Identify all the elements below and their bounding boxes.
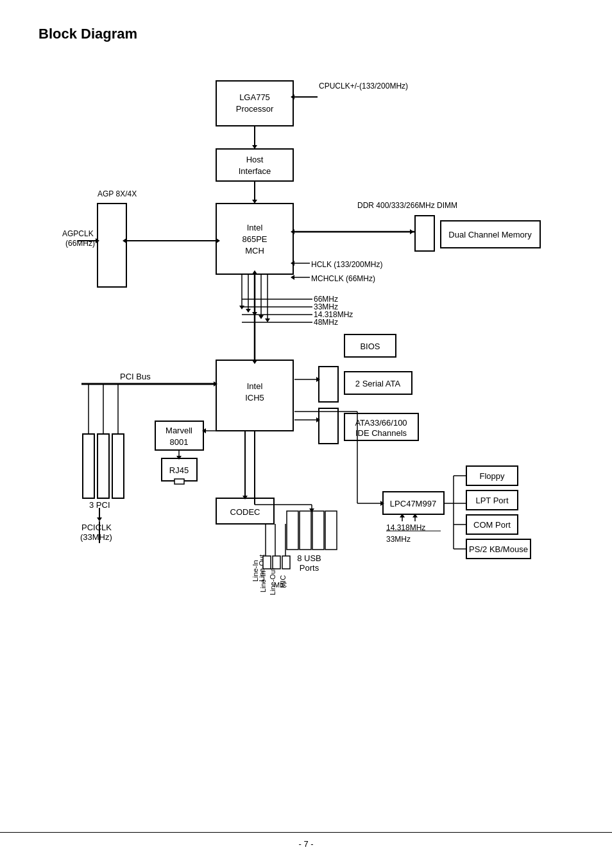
block-diagram: LGA775 Processor CPUCLK+/-(133/200MHz) H… <box>43 62 569 768</box>
svg-rect-130 <box>466 515 518 534</box>
svg-rect-85 <box>98 434 109 498</box>
svg-text:Line-In: Line-In <box>259 571 267 593</box>
svg-rect-132 <box>466 539 531 559</box>
svg-rect-126 <box>466 466 518 485</box>
svg-text:14.318MHz: 14.318MHz <box>386 523 425 532</box>
svg-marker-29 <box>291 275 294 280</box>
svg-rect-19 <box>441 221 540 248</box>
svg-marker-12 <box>252 200 257 204</box>
svg-text:COM Port: COM Port <box>473 520 511 530</box>
svg-marker-36 <box>96 238 99 243</box>
svg-text:33MHz: 33MHz <box>386 535 411 544</box>
svg-rect-112 <box>312 511 324 550</box>
svg-text:865PE: 865PE <box>242 234 267 244</box>
page: Block Diagram LGA775 Processor CPUCLK+/-… <box>0 0 612 868</box>
svg-marker-105 <box>176 456 182 460</box>
svg-text:CODEC: CODEC <box>230 507 260 517</box>
svg-rect-0 <box>216 81 293 126</box>
svg-marker-83 <box>214 381 217 386</box>
svg-text:MCHCLK (66MHz): MCHCLK (66MHz) <box>311 274 375 283</box>
svg-text:Line-Out: Line-Out <box>258 555 266 582</box>
svg-text:(66MHz): (66MHz) <box>65 239 95 248</box>
svg-rect-84 <box>83 434 94 498</box>
svg-text:Ports: Ports <box>300 563 319 573</box>
svg-rect-101 <box>174 479 184 484</box>
svg-text:Line-Out: Line-Out <box>269 568 276 595</box>
svg-text:IDE Channels: IDE Channels <box>355 428 407 438</box>
svg-text:Marvell: Marvell <box>166 426 192 435</box>
svg-text:Line-In: Line-In <box>251 560 259 582</box>
svg-text:BIOS: BIOS <box>360 342 380 351</box>
svg-marker-103 <box>202 428 206 433</box>
page-number: - 7 - <box>298 839 313 849</box>
svg-rect-156 <box>273 556 280 569</box>
svg-marker-49 <box>265 318 270 322</box>
svg-rect-76 <box>344 413 418 440</box>
svg-text:PS/2 KB/Mouse: PS/2 KB/Mouse <box>469 544 528 554</box>
svg-marker-46 <box>246 309 251 313</box>
svg-rect-96 <box>155 421 203 450</box>
svg-marker-45 <box>239 306 244 309</box>
svg-marker-74 <box>316 377 320 382</box>
svg-marker-68 <box>252 270 257 274</box>
svg-rect-157 <box>282 556 290 569</box>
svg-marker-109 <box>242 496 248 499</box>
svg-text:33MHz: 33MHz <box>314 302 338 311</box>
svg-text:LPC47M997: LPC47M997 <box>390 499 436 508</box>
svg-rect-18 <box>415 216 434 251</box>
svg-rect-128 <box>466 490 518 510</box>
svg-text:Dual Channel Memory: Dual Channel Memory <box>448 230 532 239</box>
svg-text:Host: Host <box>246 155 264 164</box>
svg-rect-120 <box>383 492 444 514</box>
svg-rect-30 <box>98 204 126 287</box>
svg-marker-39 <box>216 238 220 243</box>
svg-text:HCLK (133/200MHz): HCLK (133/200MHz) <box>311 260 382 269</box>
svg-marker-48 <box>259 315 264 319</box>
svg-rect-62 <box>344 334 396 357</box>
svg-text:LPT Port: LPT Port <box>475 496 508 505</box>
svg-text:3 PCI: 3 PCI <box>89 500 110 510</box>
svg-rect-86 <box>112 434 124 498</box>
svg-rect-13 <box>216 204 293 274</box>
svg-rect-113 <box>325 511 337 550</box>
svg-text:Interface: Interface <box>239 166 271 176</box>
svg-text:Intel: Intel <box>247 381 263 391</box>
svg-rect-70 <box>319 367 338 402</box>
svg-rect-155 <box>263 556 271 569</box>
svg-text:AGP 8X/4X: AGP 8X/4X <box>98 189 137 198</box>
svg-text:48MHz: 48MHz <box>314 318 338 327</box>
svg-text:2 Serial ATA: 2 Serial ATA <box>355 379 401 388</box>
svg-marker-38 <box>123 238 126 243</box>
svg-text:RJ45: RJ45 <box>169 465 189 475</box>
svg-text:66MHz: 66MHz <box>314 295 338 304</box>
svg-text:MCH: MCH <box>245 246 264 256</box>
svg-text:14.318MHz: 14.318MHz <box>314 310 353 319</box>
svg-text:DDR 400/333/266MHz DIMM: DDR 400/333/266MHz DIMM <box>357 201 457 210</box>
svg-marker-145 <box>412 514 418 517</box>
svg-rect-111 <box>300 511 311 550</box>
page-title: Block Diagram <box>38 26 574 42</box>
svg-text:ATA33/66/100: ATA33/66/100 <box>355 418 407 428</box>
svg-text:PCICLK: PCICLK <box>81 523 112 532</box>
svg-text:LGA775: LGA775 <box>239 92 270 102</box>
svg-marker-22 <box>291 229 294 234</box>
svg-marker-5 <box>291 94 294 100</box>
page-footer: - 7 - <box>0 832 612 849</box>
svg-text:8 USB: 8 USB <box>297 553 321 563</box>
svg-rect-71 <box>344 372 412 394</box>
svg-text:AGPCLK: AGPCLK <box>62 229 94 238</box>
svg-text:8001: 8001 <box>170 437 189 447</box>
svg-rect-110 <box>287 511 298 550</box>
svg-rect-106 <box>216 498 274 524</box>
svg-text:Processor: Processor <box>236 104 274 114</box>
svg-rect-99 <box>162 458 197 481</box>
svg-marker-80 <box>316 417 320 422</box>
svg-marker-26 <box>291 261 294 266</box>
svg-rect-64 <box>216 360 293 431</box>
svg-rect-75 <box>319 408 338 444</box>
svg-text:MIC: MIC <box>274 581 287 589</box>
svg-marker-92 <box>97 517 102 521</box>
svg-text:(33MHz): (33MHz) <box>80 532 112 542</box>
svg-marker-23 <box>410 229 414 234</box>
svg-marker-69 <box>252 360 257 364</box>
